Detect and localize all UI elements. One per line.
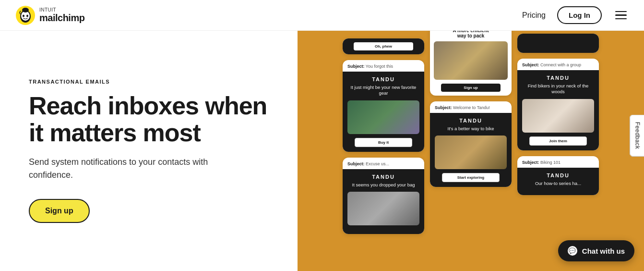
logo-text: INTUIT mailchimp [39,7,84,23]
menu-bar-2 [615,14,627,16]
email-card: Subject: Welcome to Tandu! TANDU It's a … [430,101,512,187]
card-header-white: A more efficientway to pack [430,31,512,41]
email-card [517,34,599,53]
chat-label: Chat with us [582,247,625,255]
card-dark-body: TANDU It seems you dropped your bag [343,169,424,234]
subject-label: Subject: [522,160,539,165]
mailchimp-logo-icon [15,5,36,25]
email-card: A more efficientway to pack Sign up [430,31,512,96]
login-button[interactable]: Log In [557,6,602,24]
card-subject-line: Subject: Biking 101 [517,156,599,168]
card-body-text: It seems you dropped your bag [347,182,419,188]
menu-button[interactable] [613,9,629,22]
card-subject-line: Subject: Connect with a group [517,59,599,70]
svg-point-4 [26,14,28,17]
subject-label: Subject: [347,161,365,166]
pricing-link[interactable]: Pricing [522,11,546,20]
hero-title: Reach inboxes when it matters most [29,92,269,146]
cards-grid: Oh, phew Subject: You forgot this TANDU … [335,31,607,271]
menu-bar-3 [615,18,627,20]
email-card: Oh, phew [343,38,424,54]
card-brand: TANDU [347,76,419,82]
card-subject-line: Subject: Welcome to Tandu! [430,101,512,113]
chat-button[interactable]: Chat with us [558,240,634,261]
subject-label: Subject: [435,105,452,110]
hero-section: TRANSACTIONAL EMAILS Reach inboxes when … [0,31,298,271]
card-cta-button[interactable]: Sign up [441,84,500,92]
card-body-text: Our how-to series ha... [522,181,594,186]
card-product-image [434,41,508,80]
card-brand: TANDU [522,172,594,178]
card-product-image [435,136,507,169]
card-column-3: Subject: Connect with a group TANDU Find… [517,34,599,195]
card-cta-button[interactable]: Oh, phew [354,42,413,50]
email-card: Subject: Biking 101 TANDU Our how-to ser… [517,156,599,195]
card-brand: TANDU [435,118,507,123]
card-brand: TANDU [347,174,419,180]
card-body-text: It just might be your new favorite gear [347,85,419,97]
email-card: Subject: You forgot this TANDU It just m… [343,60,424,152]
header-nav: Pricing Log In [522,6,629,24]
card-cta-button[interactable]: Join them [529,136,587,146]
header: INTUIT mailchimp Pricing Log In [0,0,644,31]
menu-bar-1 [615,11,627,12]
card-subject-line: Subject: Excuse us... [343,158,424,169]
card-dark-body: TANDU It's a better way to bike Start ex… [430,113,512,187]
hero-subtitle: Send system notifications to your contac… [29,156,240,182]
card-dark-body: TANDU It just might be your new favorite… [343,72,424,152]
card-subject-line: Subject: You forgot this [343,60,424,72]
signup-button[interactable]: Sign up [29,199,90,223]
category-label: TRANSACTIONAL EMAILS [29,79,269,85]
email-card: Subject: Excuse us... TANDU It seems you… [343,158,424,234]
svg-point-5 [22,8,29,12]
card-dark-body: TANDU Find bikers in your neck of the wo… [517,70,599,150]
svg-point-3 [23,14,24,17]
card-product-image [347,100,419,134]
email-preview-section: Oh, phew Subject: You forgot this TANDU … [298,31,644,271]
subject-label: Subject: [347,64,365,69]
card-dark-partial [517,34,599,53]
logo[interactable]: INTUIT mailchimp [15,5,84,25]
card-body-text: It's a better way to bike [435,126,507,132]
logo-mailchimp-label: mailchimp [39,12,84,23]
card-cta-button[interactable]: Buy it [355,138,412,147]
logo-intuit-label: INTUIT [39,7,84,12]
chat-icon [568,246,577,256]
card-column-1: Oh, phew Subject: You forgot this TANDU … [343,38,424,234]
email-card: Subject: Connect with a group TANDU Find… [517,59,599,150]
card-body-text: Find bikers in your neck of the woods [522,83,594,95]
subject-label: Subject: [522,62,539,67]
main-content: TRANSACTIONAL EMAILS Reach inboxes when … [0,0,644,271]
card-column-2: A more efficientway to pack Sign up Subj… [430,31,512,187]
card-product-image [522,99,594,133]
card-dark-body: TANDU Our how-to series ha... [517,168,599,195]
card-brand: TANDU [522,75,594,81]
card-product-image [347,192,419,225]
feedback-tab[interactable]: Feedback [630,115,644,157]
card-cta-button[interactable]: Start exploring [442,173,500,182]
